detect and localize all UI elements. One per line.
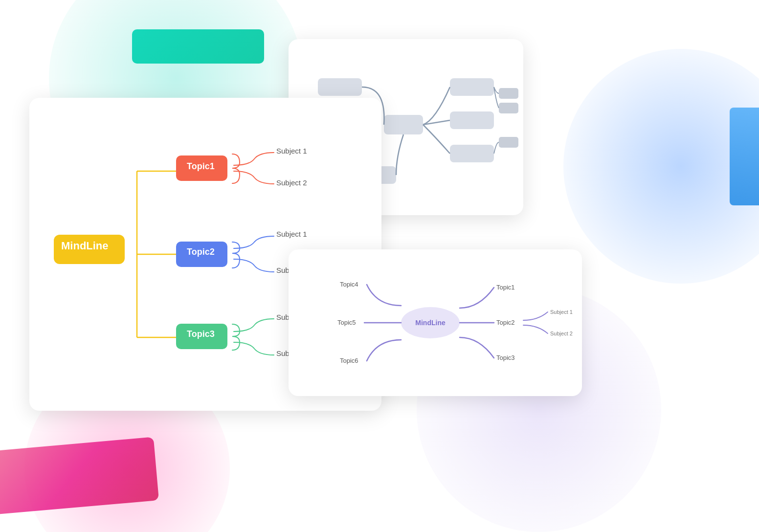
topic1-subject2: Subject 2	[276, 178, 307, 187]
svg-rect-5	[499, 88, 518, 99]
svg-rect-2	[450, 78, 494, 96]
topic2-subject1: Subject 1	[276, 230, 307, 238]
topic2-label: Topic2	[187, 247, 215, 257]
svg-text:Topic4: Topic4	[340, 281, 358, 288]
main-mindline-label: MindLine	[61, 240, 109, 252]
svg-text:Topic6: Topic6	[340, 357, 358, 364]
svg-text:Topic5: Topic5	[337, 319, 356, 326]
svg-text:Topic1: Topic1	[496, 284, 515, 291]
svg-rect-3	[450, 111, 494, 129]
accent-teal-rect	[132, 29, 264, 64]
accent-pink	[0, 437, 159, 514]
svg-rect-1	[318, 78, 362, 96]
svg-text:MindLine: MindLine	[415, 319, 446, 327]
topic1-subject1: Subject 1	[276, 147, 307, 155]
svg-text:Topic3: Topic3	[496, 354, 515, 361]
accent-blue-bar	[730, 108, 759, 205]
svg-rect-4	[450, 145, 494, 162]
card-bottom-right: MindLine Topic4 Topic5 Topic6 Topic1 Top…	[289, 249, 582, 396]
svg-text:Subject 2: Subject 2	[550, 331, 573, 336]
svg-rect-0	[384, 115, 423, 134]
topic3-label: Topic3	[187, 329, 215, 339]
svg-rect-6	[499, 103, 518, 113]
svg-rect-7	[499, 137, 518, 148]
bottom-right-map: MindLine Topic4 Topic5 Topic6 Topic1 Top…	[289, 249, 582, 396]
svg-text:Topic2: Topic2	[496, 319, 515, 326]
topic1-label: Topic1	[187, 161, 215, 172]
svg-text:Subject 1: Subject 1	[550, 309, 573, 315]
bottom-right-svg: MindLine Topic4 Topic5 Topic6 Topic1 Top…	[289, 249, 582, 396]
